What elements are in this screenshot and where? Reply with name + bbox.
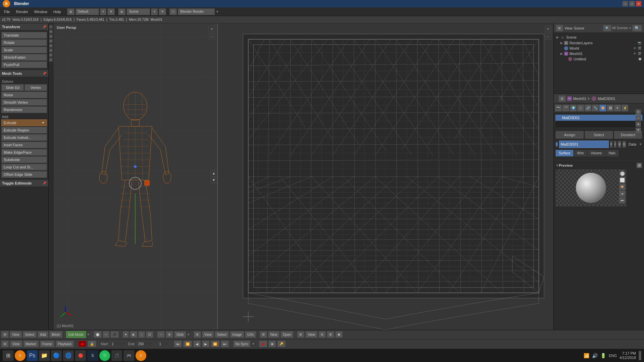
view3-icon[interactable]: ⊞ — [297, 331, 304, 338]
viewport-area[interactable]: User Persp X Y Z — [53, 23, 553, 330]
timeline-lock-btn[interactable]: 🔒 — [88, 341, 96, 347]
onion-skin-btn[interactable]: ⊗ — [318, 331, 326, 338]
select-mode-button[interactable]: Select — [23, 331, 37, 338]
taskbar-music-icon[interactable]: 🎵 — [111, 350, 122, 361]
transform-orient-btn[interactable]: Glob — [174, 331, 186, 338]
taskbar-winamp-icon[interactable]: 🌀 — [63, 350, 74, 361]
preview-expand-button[interactable]: ⊞ — [637, 163, 642, 168]
props-material-icon[interactable]: 🎨 — [599, 105, 606, 111]
extrude-region-button[interactable]: Extrude Region — [1, 127, 47, 134]
taskbar-explorer-icon[interactable]: 📁 — [39, 350, 50, 361]
uv-image-btn[interactable]: Image — [230, 331, 244, 338]
sidebar-icon-7[interactable]: P — [49, 53, 53, 57]
timeline-playback-btn[interactable]: Playback — [56, 341, 74, 347]
jump-end-btn[interactable]: ⏭ — [221, 341, 229, 347]
taskbar-ie-icon[interactable]: 🔵 — [51, 350, 62, 361]
rotate-button[interactable]: Rotate — [1, 39, 47, 46]
render-shading-btn[interactable]: ◐ — [130, 331, 137, 338]
zoom-out-button[interactable]: - — [208, 33, 215, 40]
halo-tab[interactable]: Halo — [605, 150, 618, 156]
scale-button[interactable]: Scale — [1, 47, 47, 53]
keying-options-btn[interactable]: ◉ — [268, 341, 276, 347]
taskbar-blender-icon[interactable]: B — [15, 350, 26, 361]
props-texture-icon[interactable]: 🖼 — [607, 105, 613, 111]
wire-tab[interactable]: Wire — [574, 150, 587, 156]
scene-remove[interactable]: ✕ — [159, 8, 166, 15]
subdivide-button[interactable]: Subdivide — [1, 156, 47, 163]
props-render-icon[interactable]: 📷 — [555, 105, 562, 111]
scene-selector[interactable]: Scene — [127, 8, 150, 15]
timeline-view-btn[interactable]: View — [10, 341, 22, 347]
preview-monkey-btn[interactable]: 🐵 — [619, 184, 625, 190]
vp2-zoom-in[interactable]: + — [545, 25, 551, 32]
taskbar-spotify-icon[interactable]: Ⓢ — [99, 350, 110, 361]
scene-add[interactable]: + — [151, 8, 158, 15]
viewport-1[interactable]: User Persp X Y Z — [53, 23, 218, 330]
mat-remove-button[interactable]: ✕ — [618, 141, 621, 148]
preview-floor-btn[interactable]: ▬ — [619, 197, 625, 203]
view-menu-button[interactable]: View — [10, 331, 22, 338]
close-button[interactable]: ✕ — [636, 1, 641, 6]
tree-item-mesh01[interactable]: ▶ M Mesh01 👁 🎬 — [559, 51, 643, 56]
new-image-btn[interactable]: New — [268, 331, 280, 338]
pan-up-button[interactable]: ▲ — [210, 170, 217, 177]
end-frame-input[interactable] — [137, 341, 153, 347]
view-mode-toggle[interactable]: ⊞ — [67, 8, 75, 15]
manipulator-btn[interactable]: ↔ — [157, 331, 165, 338]
uv-view-btn[interactable]: View — [202, 331, 214, 338]
tree-item-world[interactable]: ▶ World 👁 🎬 — [559, 46, 643, 51]
outliner-view-toggle[interactable]: ⊞ — [556, 25, 563, 32]
menu-file[interactable]: File — [1, 8, 13, 15]
sidebar-icon-5[interactable]: A — [49, 44, 53, 48]
play-back-btn[interactable]: ◀ — [193, 341, 201, 347]
mat-code-button[interactable]: F — [610, 141, 613, 148]
mat-list-up-button[interactable]: ▲ — [636, 121, 641, 127]
menu-help[interactable]: Help — [51, 8, 64, 15]
sidebar-icon-2[interactable]: N — [49, 30, 53, 34]
extrude-indiv-button[interactable]: Extrude Individ... — [1, 134, 47, 141]
loop-cut-button[interactable]: Loop Cut and Sl... — [1, 164, 47, 170]
sidebar-icon-1[interactable]: T — [49, 25, 53, 29]
keying-lock-btn[interactable]: 🔑 — [277, 341, 286, 347]
pan-down-button[interactable]: ▼ — [210, 177, 217, 184]
menu-render[interactable]: Render — [13, 8, 31, 15]
view3-btn[interactable]: View — [305, 331, 317, 338]
props-world-icon[interactable]: 🌍 — [570, 105, 577, 111]
uv-uvs-btn[interactable]: UVs — [245, 331, 256, 338]
extrude-button[interactable]: Extrude ▼ — [1, 119, 47, 126]
menu-window[interactable]: Window — [32, 8, 50, 15]
vertex-select-btn[interactable]: ⬤ — [94, 331, 102, 338]
shading-btn[interactable]: ● — [122, 331, 129, 338]
taskbar-chrome-icon[interactable]: 🔴 — [75, 350, 86, 361]
keying-dot-btn[interactable]: ⏺ — [259, 341, 267, 347]
props-object-icon[interactable]: ⬡ — [577, 105, 584, 111]
step-back-btn[interactable]: ⏪ — [183, 341, 192, 347]
mesh-menu-button[interactable]: Mesh — [49, 331, 62, 338]
start-frame-input[interactable] — [110, 341, 127, 347]
mat-add-button[interactable]: + — [614, 141, 616, 148]
preview-cube-btn[interactable]: ⬜ — [619, 177, 625, 183]
mat-browse-button[interactable]: ⊡ — [623, 141, 626, 148]
jump-start-btn[interactable]: ⏮ — [174, 341, 182, 347]
sync-mode-btn[interactable]: No Sync — [233, 341, 251, 347]
select-button[interactable]: Select — [585, 131, 613, 139]
props-constraints-icon[interactable]: 🔗 — [585, 105, 591, 111]
slide-edge-button[interactable]: Slide Ed — [1, 84, 24, 91]
translate-button[interactable]: Translate — [1, 32, 47, 39]
render-engine-selector[interactable]: Blender Render — [178, 8, 215, 15]
step-fwd-btn[interactable]: ⏩ — [211, 341, 219, 347]
props-physics-icon[interactable]: ⚡ — [622, 105, 628, 111]
material-list-item[interactable]: MatD3D01 — [555, 115, 642, 121]
inset-faces-button[interactable]: Inset Faces — [1, 142, 47, 148]
uv-select-btn[interactable]: Select — [215, 331, 229, 338]
uv-view2-icon[interactable]: ⊞ — [260, 331, 267, 338]
sidebar-icon-3[interactable]: S — [49, 34, 53, 38]
push-pull-button[interactable]: Push/Pull — [1, 61, 47, 68]
assign-button[interactable]: Assign — [556, 131, 584, 139]
open-image-btn[interactable]: Open — [281, 331, 293, 338]
props-view-toggle[interactable]: ⊞ — [558, 95, 566, 102]
pivot-btn[interactable]: ⊕ — [166, 331, 173, 338]
edge-select-btn[interactable]: ─ — [103, 331, 109, 338]
randomize-button[interactable]: Randomize — [1, 106, 47, 113]
show-desktop-button[interactable] — [639, 351, 641, 360]
